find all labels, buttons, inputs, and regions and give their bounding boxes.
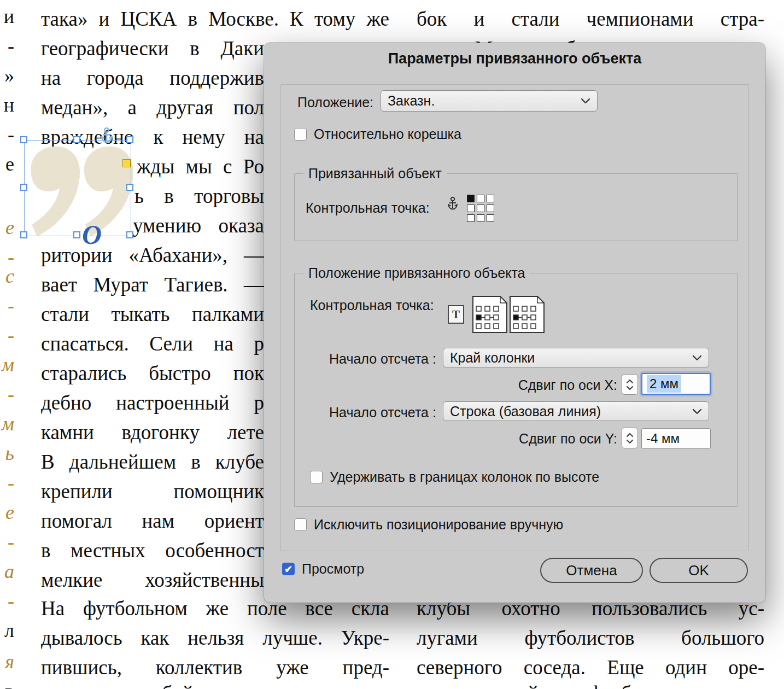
margin-line-ending-glyph: е: [0, 503, 14, 522]
selection-handle[interactable]: [73, 231, 80, 238]
x-offset-value: 2 мм: [647, 375, 681, 393]
document-text-line: бок и стали чемпионами стра-: [417, 8, 764, 31]
object-reference-point-label: Контрольная точка:: [306, 200, 430, 216]
preview-label: Просмотр: [302, 561, 364, 577]
prevent-manual-positioning-checkbox[interactable]: Исключить позиционирование вручную: [294, 517, 563, 533]
document-text-line: мелкие хозяйственны: [41, 569, 264, 592]
y-offset-value: -4 мм: [646, 431, 680, 446]
margin-line-ending-glyph: м: [0, 414, 14, 434]
document-text-line: камни вдогонку лете: [41, 421, 264, 445]
document-text-line: ставлял собой реальную силу: [41, 682, 389, 689]
margin-line-ending-glyph: н: [0, 95, 14, 115]
document-text-line: умению оказа: [133, 214, 264, 238]
anchored-position-group: Положение привязанного объекта Контрольн…: [294, 273, 738, 507]
page-spread-proxy[interactable]: [467, 292, 549, 337]
document-text-line: вает Мурат Тагиев. —: [41, 273, 264, 297]
x-relative-to-value: Край колонки: [450, 350, 535, 366]
document-text-line: жды мы с Ро: [137, 155, 264, 179]
text-frame-icon-letter: T: [452, 308, 460, 322]
chevron-down-icon: [692, 408, 702, 414]
checkbox-box-checked[interactable]: ✔: [282, 563, 295, 575]
x-relative-to-dropdown[interactable]: Край колонки: [443, 348, 709, 367]
document-text-line: ритории «Абахани», —: [41, 244, 264, 267]
selection-handle[interactable]: [20, 184, 27, 191]
stepper-down-icon: [626, 439, 634, 444]
corner-editor-handle[interactable]: [122, 159, 131, 167]
x-offset-stepper[interactable]: [622, 374, 638, 395]
drop-cap-letter: O: [82, 219, 102, 250]
anchored-object-options-dialog: Параметры привязанного объекта Положение…: [264, 43, 765, 603]
document-text-line: В дальнейшем в клубе: [41, 451, 264, 474]
checkbox-box[interactable]: [294, 128, 307, 141]
page-reference-point-label: Контрольная точка:: [310, 297, 434, 313]
y-relative-to-value: Строка (базовая линия): [450, 404, 601, 419]
margin-line-ending-glyph: -: [0, 247, 14, 267]
selection-handle[interactable]: [20, 231, 27, 238]
selection-frame[interactable]: [24, 140, 131, 236]
margin-line-ending-glyph: и: [0, 7, 14, 26]
selection-handle[interactable]: [126, 136, 133, 143]
cancel-button[interactable]: Отмена: [540, 558, 643, 583]
document-text-line: лугами футболистов большого: [417, 627, 764, 650]
document-text-line: дывалось как нельзя лучше. Укре-: [41, 627, 389, 650]
margin-line-ending-glyph: -: [0, 473, 14, 493]
margin-line-ending-glyph: »: [0, 66, 14, 85]
y-offset-label: Сдвиг по оси Y:: [470, 431, 617, 447]
stepper-up-icon: [626, 379, 634, 384]
y-relative-to-label: Начало отсчета :: [329, 405, 436, 421]
margin-line-ending-glyph: -: [0, 532, 14, 552]
document-text-line: хово-зуевский футболист, вы-: [417, 682, 764, 689]
selection-handle[interactable]: [20, 136, 27, 143]
dialog-title: Параметры привязанного объекта: [264, 50, 765, 67]
document-text-line: пившись, коллектив уже пред-: [41, 656, 389, 680]
position-label: Положение:: [297, 95, 373, 110]
margin-line-ending-glyph: -: [0, 36, 14, 56]
document-text-line: в местных особенност: [41, 539, 264, 563]
selection-handle[interactable]: [73, 136, 80, 143]
anchored-position-group-title: Положение привязанного объекта: [303, 265, 530, 281]
anchored-object-group-title: Привязанный объект: [303, 166, 447, 182]
margin-line-ending-glyph: а: [0, 562, 14, 581]
anchor-icon: [447, 196, 459, 211]
margin-line-ending-glyph: ь: [0, 443, 14, 463]
y-offset-stepper[interactable]: [622, 428, 638, 448]
document-text-line: спасаться. Сели на р: [41, 332, 264, 356]
document-text-line: помогал нам ориент: [41, 510, 264, 533]
object-reference-point-proxy[interactable]: [467, 195, 494, 222]
anchored-object-group: Привязанный объект Контрольная точка:: [294, 173, 738, 241]
x-offset-label: Сдвиг по оси X:: [470, 377, 617, 393]
selection-handle[interactable]: [126, 231, 133, 238]
selection-handle[interactable]: [126, 184, 133, 191]
y-offset-field[interactable]: -4 мм: [641, 428, 711, 449]
margin-line-ending-glyph: е: [0, 218, 14, 237]
margin-line-ending-glyph: -: [0, 591, 14, 611]
document-text-line: на города поддержив: [41, 67, 264, 90]
margin-line-ending-glyph: -: [0, 325, 14, 345]
margin-line-ending-glyph: е: [0, 154, 14, 174]
relative-to-spine-checkbox[interactable]: Относительно корешка: [294, 126, 461, 142]
margin-line-ending-glyph: -: [0, 296, 14, 316]
text-frame-icon[interactable]: T: [448, 305, 464, 324]
position-dropdown[interactable]: Заказн.: [381, 90, 598, 112]
margin-line-ending-glyph: -: [0, 125, 14, 144]
position-dropdown-value: Заказн.: [388, 93, 435, 109]
margin-line-ending-glyph: л: [0, 621, 14, 640]
document-text-line: северного соседа. Еще один оре-: [417, 656, 764, 680]
y-relative-to-dropdown[interactable]: Строка (базовая линия): [443, 401, 709, 421]
x-offset-field[interactable]: 2 мм: [641, 373, 711, 395]
chevron-down-icon: [692, 355, 702, 361]
anchor-marker-icon: [100, 127, 114, 144]
margin-line-ending-glyph: я: [0, 652, 14, 672]
document-text-line: старались быстро пок: [41, 362, 264, 386]
document-text-line: стали тыкать палками: [41, 303, 264, 326]
checkbox-box[interactable]: [294, 518, 307, 531]
ok-button[interactable]: OK: [650, 558, 748, 583]
stepper-up-icon: [626, 433, 634, 437]
document-text-line: крепили помощник: [41, 480, 264, 504]
preview-checkbox[interactable]: ✔ Просмотр: [282, 561, 364, 577]
checkbox-box[interactable]: [310, 471, 323, 483]
margin-line-ending-glyph: -: [0, 384, 14, 404]
keep-within-boundaries-label: Удерживать в границах колонок по высоте: [330, 469, 599, 485]
keep-within-boundaries-checkbox[interactable]: Удерживать в границах колонок по высоте: [310, 469, 599, 485]
document-text-line: географически в Даки: [41, 37, 264, 61]
